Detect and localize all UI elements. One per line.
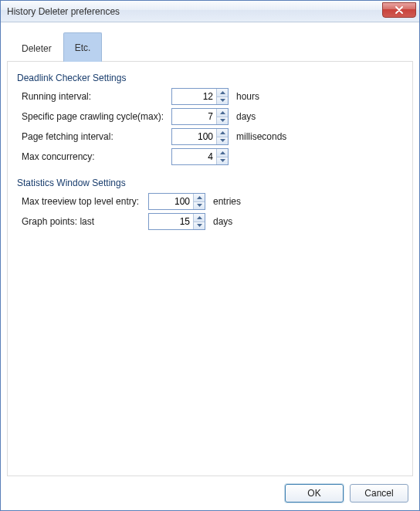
spin-buttons [216, 149, 228, 164]
unit-crawling-cycle: days [236, 111, 256, 122]
row-graph-points: Graph points: last days [17, 213, 403, 230]
unit-max-treeview: entries [213, 196, 241, 207]
input-graph-points[interactable] [149, 214, 193, 229]
dialog-button-bar: OK Cancel [7, 476, 413, 504]
spin-up[interactable] [194, 194, 205, 202]
close-icon [395, 6, 403, 14]
spin-up[interactable] [217, 89, 228, 97]
chevron-up-icon [220, 131, 225, 134]
ok-button[interactable]: OK [285, 484, 344, 503]
input-max-concurrency[interactable] [172, 149, 216, 164]
unit-graph-points: days [213, 216, 232, 227]
spin-page-fetching [171, 128, 229, 145]
spin-down[interactable] [217, 97, 228, 105]
label-max-concurrency: Max concurrency: [17, 151, 171, 162]
chevron-down-icon [220, 159, 225, 162]
spin-running-interval [171, 88, 229, 105]
chevron-down-icon [220, 139, 225, 142]
spin-buttons [216, 89, 228, 104]
label-crawling-cycle: Specific page crawling cycle(max): [17, 111, 171, 122]
chevron-up-icon [220, 91, 225, 94]
tab-panel-etc: Deadlink Checker Settings Running interv… [7, 61, 413, 476]
spin-down[interactable] [217, 157, 228, 165]
titlebar: History Deleter preferences [1, 1, 419, 22]
close-button[interactable] [382, 2, 416, 18]
spin-graph-points [148, 213, 205, 230]
chevron-down-icon [197, 224, 202, 227]
row-max-treeview: Max treeview top level entry: entries [17, 193, 403, 210]
window-title: History Deleter preferences [7, 6, 120, 17]
spin-buttons [193, 194, 205, 209]
group-heading-deadlink: Deadlink Checker Settings [17, 73, 403, 83]
label-max-treeview: Max treeview top level entry: [17, 196, 148, 207]
label-running-interval: Running interval: [17, 91, 171, 102]
tab-deleter[interactable]: Deleter [10, 33, 63, 62]
input-max-treeview[interactable] [149, 194, 193, 209]
spin-up[interactable] [217, 109, 228, 117]
spin-buttons [193, 214, 205, 229]
spin-max-treeview [148, 193, 205, 210]
chevron-up-icon [197, 196, 202, 199]
tab-etc[interactable]: Etc. [63, 32, 103, 62]
tab-label: Deleter [22, 43, 52, 54]
spin-down[interactable] [217, 117, 228, 125]
spin-buttons [216, 109, 228, 124]
spin-buttons [216, 129, 228, 144]
chevron-down-icon [197, 204, 202, 207]
input-crawling-cycle[interactable] [172, 109, 216, 124]
tab-strip: Deleter Etc. [7, 29, 413, 61]
spin-down[interactable] [194, 202, 205, 210]
row-page-fetching: Page fetching interval: milliseconds [17, 128, 403, 145]
chevron-up-icon [220, 151, 225, 154]
chevron-down-icon [220, 99, 225, 102]
chevron-up-icon [197, 216, 202, 219]
tab-container: Deleter Etc. Deadlink Checker Settings R… [7, 29, 413, 476]
row-max-concurrency: Max concurrency: [17, 148, 403, 165]
cancel-button[interactable]: Cancel [350, 484, 408, 503]
input-running-interval[interactable] [172, 89, 216, 104]
spin-down[interactable] [194, 222, 205, 230]
label-page-fetching: Page fetching interval: [17, 131, 171, 142]
label-graph-points: Graph points: last [17, 216, 148, 227]
dialog-body: Deleter Etc. Deadlink Checker Settings R… [1, 22, 419, 510]
spin-max-concurrency [171, 148, 229, 165]
chevron-down-icon [220, 119, 225, 122]
group-heading-stats: Statistics Window Settings [17, 178, 403, 188]
input-page-fetching[interactable] [172, 129, 216, 144]
spin-up[interactable] [194, 214, 205, 222]
spin-down[interactable] [217, 137, 228, 145]
spin-crawling-cycle [171, 108, 229, 125]
spin-up[interactable] [217, 129, 228, 137]
spin-up[interactable] [217, 149, 228, 157]
chevron-up-icon [220, 111, 225, 114]
tab-label: Etc. [75, 42, 91, 53]
row-running-interval: Running interval: hours [17, 88, 403, 105]
unit-running-interval: hours [236, 91, 259, 102]
preferences-window: History Deleter preferences Deleter Etc.… [0, 0, 420, 511]
row-crawling-cycle: Specific page crawling cycle(max): days [17, 108, 403, 125]
unit-page-fetching: milliseconds [236, 131, 286, 142]
